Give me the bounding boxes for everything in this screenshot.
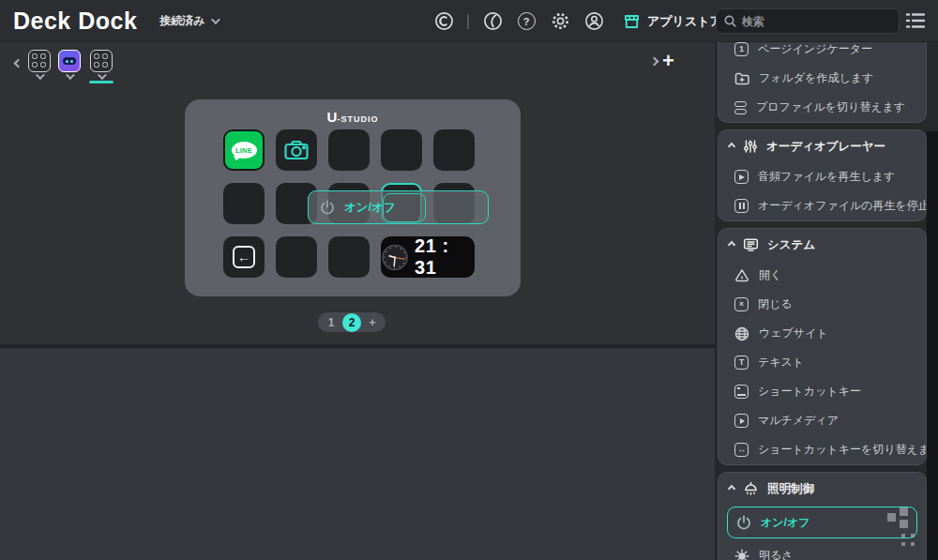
actions-sidebar: 1 ページインジケーター フォルダを作成します プロファイルを切り替えます	[715, 42, 938, 560]
profile-tab-2[interactable]	[58, 50, 81, 72]
action-group-system: システム 開く × 閉じる ウェブサイト	[718, 228, 927, 465]
multimedia-icon	[734, 414, 749, 428]
profile-tab-1[interactable]	[28, 50, 51, 72]
deck-key-clock[interactable]: 21 : 31	[381, 236, 475, 278]
toggle-shortcut-icon: ↔	[734, 443, 749, 457]
clock-time: 21 : 31	[415, 235, 475, 279]
profiles-scroll-right-icon[interactable]	[650, 57, 659, 67]
add-profile-button[interactable]: +	[662, 52, 674, 70]
chevron-up-icon	[728, 241, 735, 249]
action-text[interactable]: T テキスト	[719, 348, 926, 377]
action-brightness[interactable]: 明るさ	[719, 541, 926, 560]
drop-slot-outline	[383, 193, 426, 222]
profiles-scroll-left-icon[interactable]	[14, 59, 23, 68]
back-arrow-icon: ←	[233, 246, 255, 268]
deck-key-camera[interactable]	[276, 129, 317, 171]
deck-brand: U-STUDIO	[185, 109, 521, 126]
line-icon: LINE	[232, 142, 257, 159]
action-stop-audio[interactable]: オーディオファイルの再生を停止します	[719, 191, 926, 220]
add-page-button[interactable]: +	[363, 315, 382, 329]
action-close[interactable]: × 閉じる	[719, 290, 926, 319]
clock-icon[interactable]	[433, 11, 454, 32]
deck-key[interactable]	[433, 129, 475, 171]
deck-key[interactable]	[328, 236, 370, 278]
account-icon[interactable]	[583, 11, 604, 32]
chevron-up-icon	[728, 485, 735, 492]
page-indicator: 1 2 +	[318, 312, 386, 332]
grid-profile-icon	[28, 50, 51, 72]
page-1-button[interactable]: 1	[322, 316, 340, 329]
search-icon	[724, 15, 736, 27]
action-group-navigation: 1 ページインジケーター フォルダを作成します プロファイルを切り替えます	[718, 42, 927, 123]
deck-key[interactable]	[328, 129, 370, 171]
workspace: + U-STUDIO LINE	[0, 42, 715, 560]
action-shortcut-key[interactable]: ショートカットキー	[719, 377, 926, 406]
action-website[interactable]: ウェブサイト	[719, 319, 926, 348]
action-switch-profile[interactable]: プロファイルを切り替えます	[719, 93, 926, 122]
action-page-indicator[interactable]: 1 ページインジケーター	[719, 42, 926, 64]
action-create-folder[interactable]: フォルダを作成します	[719, 64, 926, 93]
camera-icon	[283, 138, 310, 162]
help-icon[interactable]: ?	[516, 11, 537, 32]
open-icon	[734, 268, 749, 282]
analog-clock-icon	[381, 243, 409, 272]
power-icon	[736, 515, 751, 530]
shortcut-key-icon	[734, 385, 749, 399]
connection-status: 接続済み	[159, 13, 204, 29]
switch-profile-icon	[734, 101, 747, 114]
action-multimedia[interactable]: マルチメディア	[719, 406, 926, 435]
lighting-group-header[interactable]: 照明制御	[719, 473, 926, 505]
deck-key[interactable]	[223, 183, 265, 224]
topbar: Deck Dock 接続済み ?	[0, 0, 938, 42]
create-folder-icon	[734, 72, 749, 85]
app-window: Deck Dock 接続済み ?	[0, 0, 938, 560]
power-icon	[320, 200, 335, 215]
search-input[interactable]	[742, 15, 891, 28]
drag-ghost-icon	[900, 533, 917, 550]
search-box[interactable]	[716, 8, 900, 34]
monitor-icon	[743, 237, 759, 252]
key-settings-panel: 操作を設定するキーを選択してください。	[0, 348, 715, 560]
chevron-up-icon	[728, 143, 735, 150]
active-tab-underline	[89, 81, 113, 83]
action-toggle-shortcut-key[interactable]: ↔ ショートカットキーを切り替えます	[719, 435, 926, 464]
audio-player-group-header[interactable]: オーディオプレーヤー	[719, 130, 926, 162]
drag-ghost-icon	[887, 507, 915, 530]
app-store-button[interactable]: アプリストア	[623, 13, 722, 30]
play-icon	[734, 170, 749, 184]
app-title: Deck Dock	[13, 8, 137, 35]
action-play-audio[interactable]: 音頻ファイルを再生します	[719, 162, 926, 191]
action-open[interactable]: 開く	[719, 261, 926, 290]
storefront-icon	[623, 13, 641, 30]
list-view-icon[interactable]	[904, 10, 927, 31]
action-group-audio-player: オーディオプレーヤー 音頻ファイルを再生します オーディオファイルの再生を停止し…	[718, 129, 927, 221]
deck-key[interactable]	[276, 236, 317, 278]
page-indicator-icon: 1	[734, 42, 749, 56]
profile-tab-3-active[interactable]	[90, 50, 113, 72]
close-icon: ×	[734, 297, 749, 311]
chevron-down-icon	[211, 15, 220, 24]
brightness-sun-icon	[734, 549, 749, 560]
topbar-actions: ? アプリストア	[433, 0, 722, 42]
robot-app-icon	[58, 50, 81, 72]
page-2-button-active[interactable]: 2	[342, 313, 361, 332]
text-icon: T	[734, 356, 749, 370]
globe-icon[interactable]	[482, 11, 503, 32]
deck-key-back[interactable]: ←	[223, 236, 265, 278]
system-group-header[interactable]: システム	[719, 229, 926, 261]
settings-gear-icon[interactable]	[550, 11, 570, 32]
connection-status-dropdown[interactable]: 接続済み	[159, 13, 217, 29]
deck-key-line[interactable]: LINE	[223, 129, 265, 171]
sidebar-scrollbar-track[interactable]	[927, 131, 938, 560]
deck-key[interactable]	[381, 129, 422, 171]
ceiling-lamp-icon	[743, 481, 759, 496]
pause-icon	[734, 199, 749, 213]
divider	[467, 14, 469, 29]
website-globe-icon	[734, 326, 749, 341]
audio-mixer-icon	[743, 139, 758, 154]
drag-tooltip: オン/オフ	[308, 190, 489, 224]
grid-profile-icon	[90, 50, 113, 72]
